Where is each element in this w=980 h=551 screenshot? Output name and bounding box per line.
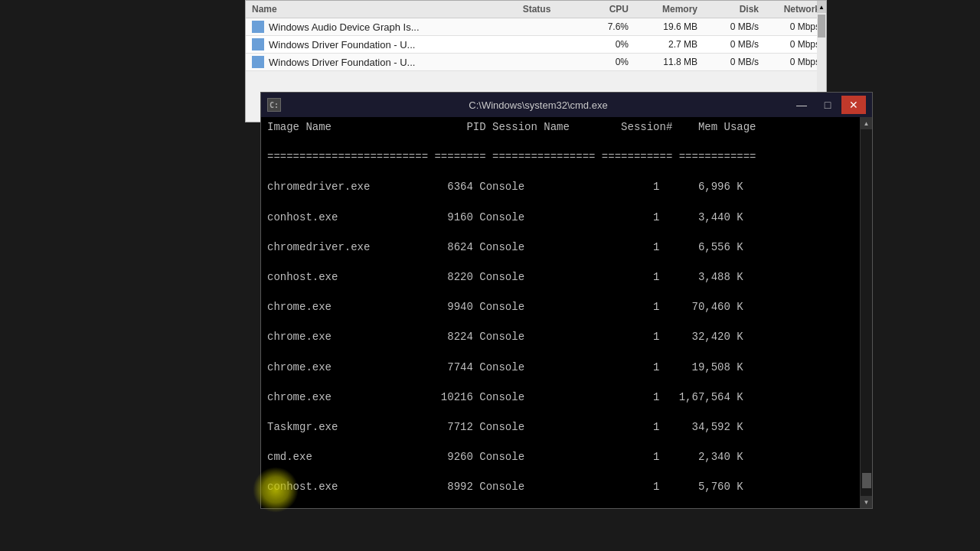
process-network: 0 Mbps — [759, 57, 820, 67]
process-memory: 19.6 MB — [629, 21, 697, 32]
process-memory: 2.7 MB — [629, 39, 697, 50]
process-icon — [252, 56, 264, 68]
process-disk: 0 MB/s — [697, 39, 759, 50]
process-row: conhost.exe 9160 Console 1 3,440 K — [267, 210, 854, 226]
cmd-table-header: Image Name PID Session Name Session# Mem… — [267, 120, 854, 135]
scroll-thumb[interactable] — [818, 15, 825, 37]
cmd-scroll-up[interactable]: ▲ — [861, 117, 873, 129]
task-manager-header: Name Status CPU Memory Disk Network — [246, 1, 826, 18]
process-network: 0 Mbps — [759, 21, 820, 32]
process-name: Windows Driver Foundation - U... — [252, 56, 498, 68]
restore-button[interactable]: □ — [815, 96, 840, 114]
close-button[interactable]: ✕ — [841, 96, 866, 114]
process-row: chromedriver.exe 8624 Console 1 6,556 K — [267, 240, 854, 256]
process-disk: 0 MB/s — [697, 21, 759, 32]
process-row: conhost.exe 8992 Console 1 5,760 K — [267, 480, 854, 495]
process-cpu: 0% — [575, 57, 629, 67]
cmd-title: C:\Windows\system32\cmd.exe — [287, 99, 789, 111]
process-row: chromedriver.exe 6364 Console 1 6,996 K — [267, 180, 854, 195]
window-controls: — □ ✕ — [789, 96, 866, 114]
process-row: chrome.exe 9940 Console 1 70,460 K — [267, 300, 854, 315]
process-row: Taskmgr.exe 7712 Console 1 34,592 K — [267, 420, 854, 435]
scroll-up-button[interactable]: ▲ — [817, 1, 826, 13]
cmd-content: Image Name PID Session Name Session# Mem… — [261, 117, 872, 508]
cmd-table-divider: ========================= ======== =====… — [267, 150, 854, 165]
process-disk: 0 MB/s — [697, 57, 759, 67]
process-memory: 11.8 MB — [629, 57, 697, 67]
cmd-scroll-track — [861, 129, 872, 496]
tm-col-name: Name — [252, 4, 498, 15]
cmd-scroll-down[interactable]: ▼ — [861, 496, 873, 508]
cmd-output[interactable]: Image Name PID Session Name Session# Mem… — [261, 117, 860, 508]
cmd-scrollbar[interactable]: ▲ ▼ — [860, 117, 872, 508]
process-icon — [252, 38, 264, 51]
process-cpu: 7.6% — [575, 21, 629, 32]
tm-col-network: Network — [759, 4, 820, 15]
tm-col-disk: Disk — [697, 4, 759, 15]
tm-col-cpu: CPU — [575, 4, 629, 15]
process-row: chrome.exe 7744 Console 1 19,508 K — [267, 360, 854, 376]
process-icon — [252, 21, 264, 33]
cmd-window: C: C:\Windows\system32\cmd.exe — □ ✕ Ima… — [260, 92, 873, 509]
process-row: chrome.exe 8224 Console 1 32,420 K — [267, 330, 854, 345]
cmd-icon: C: — [267, 98, 281, 112]
process-network: 0 Mbps — [759, 39, 820, 50]
process-row: conhost.exe 8220 Console 1 3,488 K — [267, 270, 854, 285]
tm-col-memory: Memory — [629, 4, 697, 15]
process-row: chrome.exe 10216 Console 1 1,67,564 K — [267, 390, 854, 406]
cmd-titlebar: C: C:\Windows\system32\cmd.exe — □ ✕ — [261, 93, 872, 117]
table-row[interactable]: Windows Audio Device Graph Is... 7.6% 19… — [246, 18, 826, 36]
process-name: Windows Audio Device Graph Is... — [252, 21, 498, 33]
process-name: Windows Driver Foundation - U... — [252, 38, 498, 51]
tm-col-status: Status — [498, 4, 575, 15]
table-row[interactable]: Windows Driver Foundation - U... 0% 11.8… — [246, 54, 826, 71]
minimize-button[interactable]: — — [789, 96, 814, 114]
table-row[interactable]: Windows Driver Foundation - U... 0% 2.7 … — [246, 36, 826, 54]
process-cpu: 0% — [575, 39, 629, 50]
process-row: cmd.exe 9260 Console 1 2,340 K — [267, 450, 854, 465]
cmd-scroll-thumb[interactable] — [862, 473, 871, 488]
